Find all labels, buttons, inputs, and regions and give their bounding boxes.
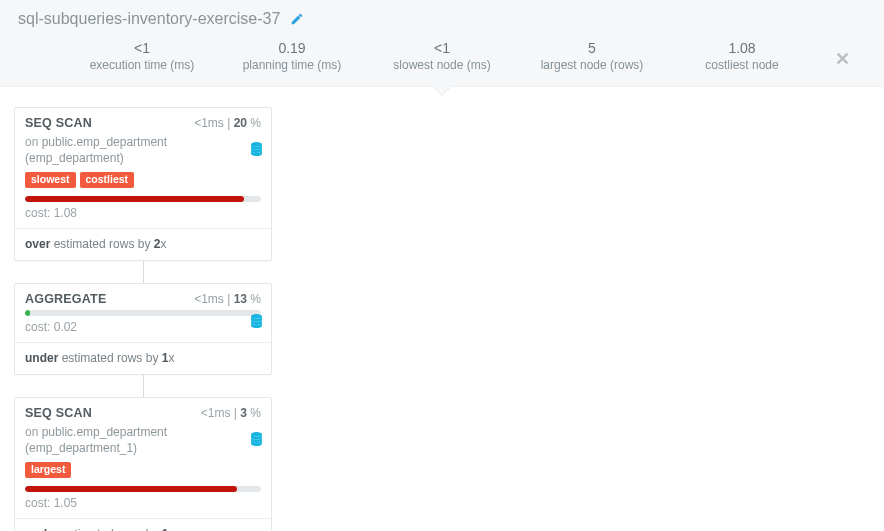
node-connector bbox=[143, 375, 144, 397]
stat-value: 1.08 bbox=[687, 40, 797, 56]
stat-slowest-node: <1 slowest node (ms) bbox=[387, 40, 497, 72]
page-title: sql-subqueries-inventory-exercise-37 bbox=[18, 10, 280, 28]
pencil-icon[interactable] bbox=[290, 12, 304, 26]
title-row: sql-subqueries-inventory-exercise-37 bbox=[18, 10, 866, 34]
node-header: SEQ SCAN<1ms | 20 % bbox=[15, 108, 271, 134]
node-relation: on public.emp_department (emp_department… bbox=[15, 424, 271, 462]
node-title: AGGREGATE bbox=[25, 292, 106, 306]
stat-value: <1 bbox=[387, 40, 497, 56]
node-cost: cost: 0.02 bbox=[15, 316, 271, 342]
node-estimate: under estimated rows by 1x bbox=[15, 519, 271, 531]
stat-costliest-node: 1.08 costliest node bbox=[687, 40, 797, 72]
stat-value: <1 bbox=[87, 40, 197, 56]
stat-label: largest node (rows) bbox=[537, 58, 647, 72]
node-relation: on public.emp_department (emp_department… bbox=[15, 134, 271, 172]
database-icon[interactable] bbox=[250, 314, 263, 331]
stat-execution-time: <1 execution time (ms) bbox=[87, 40, 197, 72]
stat-label: execution time (ms) bbox=[87, 58, 197, 72]
node-cost: cost: 1.05 bbox=[15, 492, 271, 518]
svg-point-2 bbox=[251, 432, 262, 437]
stat-value: 0.19 bbox=[237, 40, 347, 56]
node-tags: slowestcostliest bbox=[15, 172, 271, 196]
close-icon[interactable]: ✕ bbox=[835, 48, 850, 70]
node-title: SEQ SCAN bbox=[25, 406, 92, 420]
stat-value: 5 bbox=[537, 40, 647, 56]
node-tags: largest bbox=[15, 462, 271, 486]
node-meta: <1ms | 13 % bbox=[194, 292, 261, 306]
header: sql-subqueries-inventory-exercise-37 <1 … bbox=[0, 0, 884, 87]
stat-label: slowest node (ms) bbox=[387, 58, 497, 72]
database-icon[interactable] bbox=[250, 432, 263, 449]
node-cost: cost: 1.08 bbox=[15, 202, 271, 228]
stat-label: planning time (ms) bbox=[237, 58, 347, 72]
node-estimate: under estimated rows by 1x bbox=[15, 343, 271, 374]
stat-largest-node: 5 largest node (rows) bbox=[537, 40, 647, 72]
plan-canvas: SEQ SCAN<1ms | 20 %on public.emp_departm… bbox=[0, 87, 884, 531]
node-meta: <1ms | 20 % bbox=[194, 116, 261, 130]
node-title: SEQ SCAN bbox=[25, 116, 92, 130]
plan-node[interactable]: SEQ SCAN<1ms | 3 %on public.emp_departme… bbox=[14, 397, 272, 531]
tag-slowest: slowest bbox=[25, 172, 76, 188]
database-icon[interactable] bbox=[250, 142, 263, 159]
tag-costliest: costliest bbox=[80, 172, 135, 188]
node-connector bbox=[143, 261, 144, 283]
stat-label: costliest node bbox=[687, 58, 797, 72]
stat-planning-time: 0.19 planning time (ms) bbox=[237, 40, 347, 72]
node-header: SEQ SCAN<1ms | 3 % bbox=[15, 398, 271, 424]
svg-point-1 bbox=[251, 314, 262, 319]
node-header: AGGREGATE<1ms | 13 % bbox=[15, 284, 271, 310]
svg-point-0 bbox=[251, 142, 262, 147]
tag-largest: largest bbox=[25, 462, 71, 478]
plan-node[interactable]: SEQ SCAN<1ms | 20 %on public.emp_departm… bbox=[14, 107, 272, 261]
node-meta: <1ms | 3 % bbox=[201, 406, 261, 420]
node-estimate: over estimated rows by 2x bbox=[15, 229, 271, 260]
stats-row: <1 execution time (ms) 0.19 planning tim… bbox=[18, 34, 866, 86]
plan-node[interactable]: AGGREGATE<1ms | 13 %cost: 0.02under esti… bbox=[14, 283, 272, 375]
